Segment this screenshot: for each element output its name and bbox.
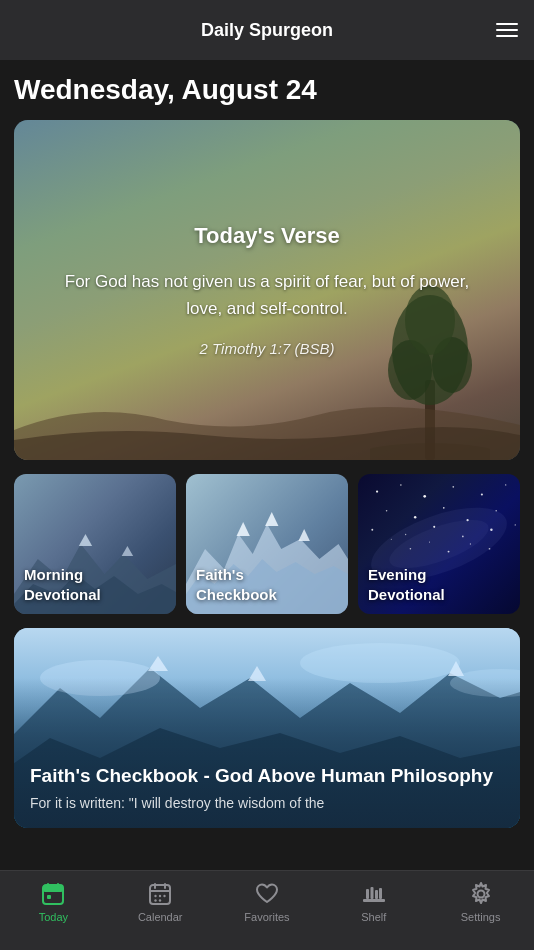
tab-today[interactable]: Today bbox=[0, 881, 107, 923]
tab-favorites-label: Favorites bbox=[244, 911, 289, 923]
tab-shelf[interactable]: Shelf bbox=[320, 881, 427, 923]
svg-point-12 bbox=[386, 510, 388, 512]
verse-reference: 2 Timothy 1:7 (BSB) bbox=[200, 340, 335, 357]
verse-label: Today's Verse bbox=[194, 223, 339, 249]
date-heading: Wednesday, August 24 bbox=[14, 74, 520, 106]
svg-point-13 bbox=[414, 516, 416, 518]
svg-rect-49 bbox=[363, 899, 385, 902]
svg-rect-39 bbox=[47, 895, 51, 899]
svg-point-29 bbox=[470, 543, 471, 544]
svg-point-17 bbox=[371, 529, 373, 531]
verse-text: For God has not given us a spirit of fea… bbox=[54, 269, 480, 322]
calendar-icon bbox=[147, 881, 173, 907]
svg-rect-36 bbox=[43, 885, 63, 892]
svg-point-48 bbox=[159, 899, 161, 901]
svg-point-22 bbox=[515, 524, 516, 525]
featured-card-subtitle: For it is written: "I will destroy the w… bbox=[30, 794, 504, 814]
svg-point-27 bbox=[429, 542, 430, 543]
svg-point-44 bbox=[154, 895, 156, 897]
settings-icon bbox=[468, 881, 494, 907]
featured-card[interactable]: Faith's Checkbook - God Above Human Phil… bbox=[14, 628, 520, 828]
tab-today-label: Today bbox=[39, 911, 68, 923]
svg-point-26 bbox=[410, 548, 412, 550]
svg-point-54 bbox=[477, 891, 484, 898]
faiths-checkbook-card[interactable]: Faith'sCheckbook bbox=[186, 474, 348, 614]
tab-settings-label: Settings bbox=[461, 911, 501, 923]
tab-settings[interactable]: Settings bbox=[427, 881, 534, 923]
app-title: Daily Spurgeon bbox=[201, 20, 333, 41]
tab-calendar-label: Calendar bbox=[138, 911, 183, 923]
svg-point-28 bbox=[448, 551, 450, 553]
favorites-icon bbox=[254, 881, 280, 907]
svg-point-45 bbox=[159, 895, 161, 897]
svg-rect-51 bbox=[370, 887, 373, 899]
tab-calendar[interactable]: Calendar bbox=[107, 881, 214, 923]
svg-point-9 bbox=[452, 486, 454, 488]
svg-rect-52 bbox=[375, 890, 378, 899]
today-icon bbox=[40, 881, 66, 907]
verse-card[interactable]: Today's Verse For God has not given us a… bbox=[14, 120, 520, 460]
featured-card-content: Faith's Checkbook - God Above Human Phil… bbox=[14, 750, 520, 828]
tab-favorites[interactable]: Favorites bbox=[214, 881, 321, 923]
book-row: MorningDevotional Faith'sCheckbook bbox=[14, 474, 520, 614]
svg-point-30 bbox=[489, 548, 491, 550]
svg-point-47 bbox=[154, 899, 156, 901]
evening-devotional-label: EveningDevotional bbox=[368, 565, 510, 604]
morning-devotional-card[interactable]: MorningDevotional bbox=[14, 474, 176, 614]
menu-icon-line2 bbox=[496, 29, 518, 31]
verse-card-content: Today's Verse For God has not given us a… bbox=[14, 120, 520, 460]
menu-icon-line1 bbox=[496, 23, 518, 25]
main-content: Wednesday, August 24 Today's Verse For G… bbox=[0, 60, 534, 870]
svg-rect-53 bbox=[379, 888, 382, 899]
app-header: Daily Spurgeon bbox=[0, 0, 534, 60]
featured-card-title: Faith's Checkbook - God Above Human Phil… bbox=[30, 764, 504, 789]
menu-button[interactable] bbox=[496, 23, 518, 37]
menu-icon-line3 bbox=[496, 35, 518, 37]
tab-shelf-label: Shelf bbox=[361, 911, 386, 923]
svg-point-8 bbox=[423, 495, 426, 498]
svg-point-46 bbox=[163, 895, 165, 897]
svg-point-11 bbox=[505, 484, 506, 485]
svg-rect-50 bbox=[366, 889, 369, 899]
svg-point-6 bbox=[376, 490, 378, 492]
morning-devotional-label: MorningDevotional bbox=[24, 565, 166, 604]
svg-point-33 bbox=[300, 643, 460, 683]
evening-devotional-card[interactable]: EveningDevotional bbox=[358, 474, 520, 614]
svg-point-7 bbox=[400, 484, 402, 486]
faiths-checkbook-label: Faith'sCheckbook bbox=[196, 565, 338, 604]
svg-point-14 bbox=[443, 507, 445, 509]
tab-bar: Today Calendar Favorites bbox=[0, 870, 534, 950]
shelf-icon bbox=[361, 881, 387, 907]
svg-point-25 bbox=[391, 539, 392, 540]
svg-point-10 bbox=[481, 493, 483, 495]
